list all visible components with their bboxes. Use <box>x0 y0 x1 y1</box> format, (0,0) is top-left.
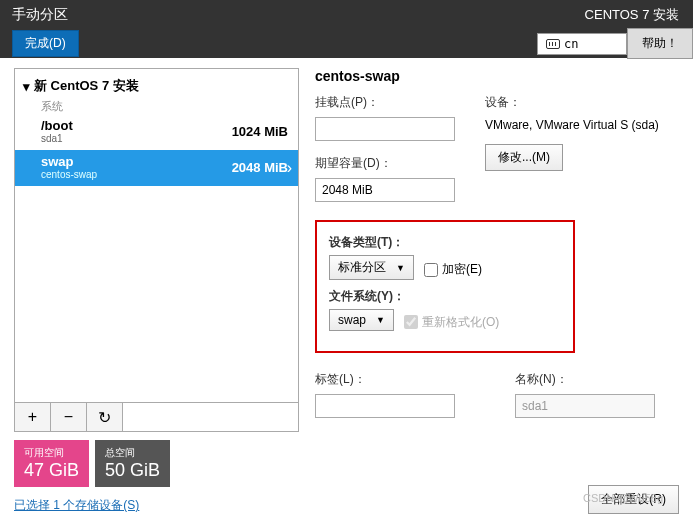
chevron-down-icon: ▾ <box>23 79 30 94</box>
add-partition-button[interactable]: + <box>15 403 51 431</box>
keyboard-icon <box>546 39 560 49</box>
fs-label: 文件系统(Y)： <box>329 288 561 305</box>
label-input[interactable] <box>315 394 455 418</box>
chevron-down-icon: ▼ <box>396 263 405 273</box>
refresh-button[interactable]: ↻ <box>87 403 123 431</box>
type-label: 设备类型(T)： <box>329 234 561 251</box>
help-button[interactable]: 帮助！ <box>627 28 693 59</box>
encrypt-checkbox[interactable]: 加密(E) <box>424 261 482 278</box>
modify-button[interactable]: 修改...(M) <box>485 144 563 171</box>
section-title: centos-swap <box>315 68 679 84</box>
partition-row-boot[interactable]: /boot sda1 1024 MiB <box>15 114 298 150</box>
page-title: 手动分区 <box>12 6 79 24</box>
reset-all-button[interactable]: 全部重设(R) <box>588 485 679 514</box>
name-label: 名称(N)： <box>515 371 655 388</box>
total-space: 总空间 50 GiB <box>95 440 170 487</box>
capacity-input[interactable] <box>315 178 455 202</box>
install-group-header[interactable]: ▾ 新 CentOS 7 安装 <box>15 69 298 99</box>
device-text: VMware, VMware Virtual S (sda) <box>485 117 659 134</box>
label-label: 标签(L)： <box>315 371 455 388</box>
capacity-label: 期望容量(D)： <box>315 155 455 172</box>
mount-input[interactable] <box>315 117 455 141</box>
partition-panel: ▾ 新 CentOS 7 安装 系统 /boot sda1 1024 MiB s… <box>14 68 299 432</box>
chevron-down-icon: ▼ <box>376 315 385 325</box>
reformat-checkbox: 重新格式化(O) <box>404 314 499 331</box>
device-type-section: 设备类型(T)： 标准分区 ▼ 加密(E) 文件系统(Y)： swap ▼ <box>315 220 575 353</box>
remove-partition-button[interactable]: − <box>51 403 87 431</box>
lang-code: cn <box>564 37 578 51</box>
install-title: CENTOS 7 安装 <box>585 6 693 24</box>
mount-label: 挂载点(P)： <box>315 94 455 111</box>
system-label: 系统 <box>15 99 298 114</box>
name-input <box>515 394 655 418</box>
done-button[interactable]: 完成(D) <box>12 30 79 57</box>
available-space: 可用空间 47 GiB <box>14 440 89 487</box>
chevron-right-icon: › <box>287 159 292 177</box>
partition-row-swap[interactable]: swap centos-swap 2048 MiB › <box>15 150 298 186</box>
filesystem-select[interactable]: swap ▼ <box>329 309 394 331</box>
device-type-select[interactable]: 标准分区 ▼ <box>329 255 414 280</box>
storage-devices-link[interactable]: 已选择 1 个存储设备(S) <box>14 497 299 514</box>
keyboard-layout[interactable]: cn <box>537 33 627 55</box>
device-label: 设备： <box>485 94 659 111</box>
